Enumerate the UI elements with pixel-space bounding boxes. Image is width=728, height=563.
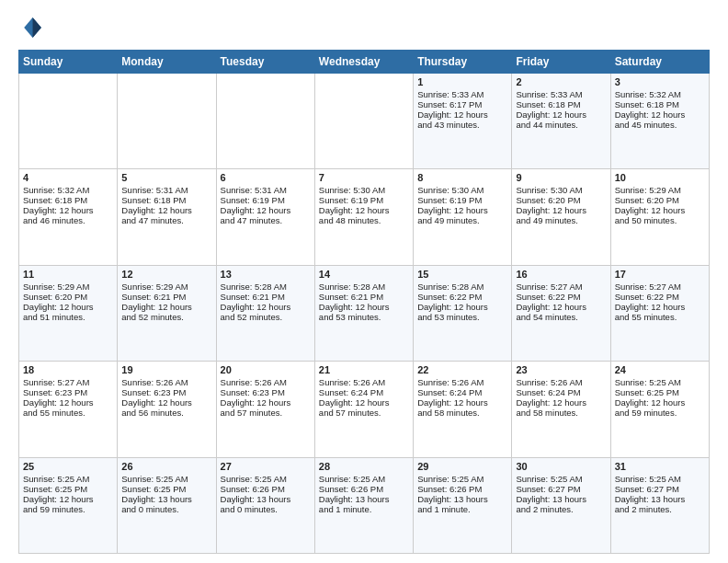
cell-info: Sunset: 6:24 PM — [516, 387, 606, 397]
cell-info: Sunrise: 5:28 AM — [319, 282, 409, 292]
cell-info: Sunset: 6:24 PM — [417, 387, 507, 397]
header-cell-wednesday: Wednesday — [314, 51, 413, 74]
day-number: 16 — [516, 269, 606, 280]
cell-info: Sunrise: 5:26 AM — [121, 377, 211, 387]
cell-info: Sunset: 6:21 PM — [319, 292, 409, 302]
cell-info: and 51 minutes. — [23, 312, 113, 322]
cell-info: Daylight: 12 hours — [615, 205, 705, 215]
day-number: 31 — [615, 461, 705, 472]
header-row: SundayMondayTuesdayWednesdayThursdayFrid… — [19, 51, 710, 74]
cell-info: Daylight: 13 hours — [516, 494, 606, 504]
calendar-cell: 12Sunrise: 5:29 AMSunset: 6:21 PMDayligh… — [118, 265, 216, 361]
calendar-cell: 7Sunrise: 5:30 AMSunset: 6:19 PMDaylight… — [314, 169, 413, 265]
cell-info: and 1 minute. — [417, 504, 507, 514]
day-number: 21 — [319, 364, 409, 375]
cell-info: Sunset: 6:21 PM — [221, 292, 311, 302]
cell-info: Sunset: 6:19 PM — [417, 195, 507, 205]
cell-info: Sunrise: 5:25 AM — [23, 474, 113, 484]
day-number: 19 — [121, 364, 211, 375]
calendar-cell — [314, 74, 413, 169]
calendar-table: SundayMondayTuesdayWednesdayThursdayFrid… — [18, 50, 710, 554]
cell-info: Sunset: 6:19 PM — [221, 195, 311, 205]
cell-info: Daylight: 12 hours — [516, 302, 606, 312]
week-row-2: 11Sunrise: 5:29 AMSunset: 6:20 PMDayligh… — [19, 265, 710, 361]
day-number: 26 — [121, 461, 211, 472]
calendar-cell: 23Sunrise: 5:26 AMSunset: 6:24 PMDayligh… — [512, 362, 610, 457]
cell-info: and 43 minutes. — [417, 120, 507, 130]
day-number: 2 — [516, 76, 606, 87]
day-number: 27 — [221, 461, 311, 472]
cell-info: and 57 minutes. — [319, 408, 409, 418]
calendar-cell: 28Sunrise: 5:25 AMSunset: 6:26 PMDayligh… — [314, 457, 413, 553]
calendar-cell: 5Sunrise: 5:31 AMSunset: 6:18 PMDaylight… — [118, 169, 216, 265]
cell-info: Sunrise: 5:33 AM — [417, 89, 507, 99]
cell-info: Sunset: 6:22 PM — [417, 292, 507, 302]
cell-info: and 49 minutes. — [516, 215, 606, 225]
calendar-header: SundayMondayTuesdayWednesdayThursdayFrid… — [19, 51, 710, 74]
cell-info: Daylight: 13 hours — [121, 494, 211, 504]
cell-info: Sunrise: 5:30 AM — [417, 185, 507, 195]
calendar-cell: 19Sunrise: 5:26 AMSunset: 6:23 PMDayligh… — [118, 362, 216, 457]
cell-info: and 49 minutes. — [417, 215, 507, 225]
cell-info: Sunset: 6:26 PM — [417, 484, 507, 494]
cell-info: Daylight: 12 hours — [121, 397, 211, 408]
cell-info: and 56 minutes. — [121, 408, 211, 418]
calendar-cell: 26Sunrise: 5:25 AMSunset: 6:25 PMDayligh… — [118, 457, 216, 553]
calendar-cell: 3Sunrise: 5:32 AMSunset: 6:18 PMDaylight… — [610, 74, 709, 169]
day-number: 22 — [417, 364, 507, 375]
cell-info: Sunset: 6:25 PM — [23, 484, 113, 494]
cell-info: and 58 minutes. — [417, 408, 507, 418]
day-number: 1 — [417, 76, 507, 87]
day-number: 7 — [319, 172, 409, 183]
week-row-3: 18Sunrise: 5:27 AMSunset: 6:23 PMDayligh… — [19, 362, 710, 457]
calendar-cell: 6Sunrise: 5:31 AMSunset: 6:19 PMDaylight… — [216, 169, 314, 265]
cell-info: Sunrise: 5:25 AM — [221, 474, 311, 484]
cell-info: Sunrise: 5:26 AM — [516, 377, 606, 387]
day-number: 29 — [417, 461, 507, 472]
cell-info: Daylight: 12 hours — [319, 302, 409, 312]
calendar-cell: 9Sunrise: 5:30 AMSunset: 6:20 PMDaylight… — [512, 169, 610, 265]
cell-info: Sunset: 6:25 PM — [615, 387, 705, 397]
cell-info: Sunset: 6:22 PM — [615, 292, 705, 302]
cell-info: Daylight: 12 hours — [319, 397, 409, 408]
cell-info: Sunset: 6:20 PM — [615, 195, 705, 205]
cell-info: Sunset: 6:23 PM — [221, 387, 311, 397]
day-number: 13 — [221, 269, 311, 280]
cell-info: and 55 minutes. — [615, 312, 705, 322]
cell-info: Daylight: 12 hours — [516, 397, 606, 408]
cell-info: Sunset: 6:18 PM — [23, 195, 113, 205]
day-number: 3 — [615, 76, 705, 87]
cell-info: Sunset: 6:27 PM — [615, 484, 705, 494]
calendar-cell: 18Sunrise: 5:27 AMSunset: 6:23 PMDayligh… — [19, 362, 118, 457]
calendar-cell: 11Sunrise: 5:29 AMSunset: 6:20 PMDayligh… — [19, 265, 118, 361]
week-row-4: 25Sunrise: 5:25 AMSunset: 6:25 PMDayligh… — [19, 457, 710, 553]
page: SundayMondayTuesdayWednesdayThursdayFrid… — [0, 0, 728, 563]
calendar-cell: 31Sunrise: 5:25 AMSunset: 6:27 PMDayligh… — [610, 457, 709, 553]
cell-info: Sunset: 6:20 PM — [516, 195, 606, 205]
cell-info: and 58 minutes. — [516, 408, 606, 418]
cell-info: Sunset: 6:23 PM — [121, 387, 211, 397]
cell-info: and 59 minutes. — [23, 504, 113, 514]
cell-info: Sunset: 6:17 PM — [417, 99, 507, 109]
cell-info: Daylight: 13 hours — [417, 494, 507, 504]
calendar-cell: 17Sunrise: 5:27 AMSunset: 6:22 PMDayligh… — [610, 265, 709, 361]
cell-info: Daylight: 13 hours — [221, 494, 311, 504]
cell-info: Sunrise: 5:31 AM — [121, 185, 211, 195]
cell-info: Sunrise: 5:25 AM — [319, 474, 409, 484]
logo-icon — [18, 15, 44, 40]
cell-info: Sunset: 6:20 PM — [23, 292, 113, 302]
header-cell-friday: Friday — [512, 51, 610, 74]
calendar-body: 1Sunrise: 5:33 AMSunset: 6:17 PMDaylight… — [19, 74, 710, 554]
cell-info: Sunrise: 5:26 AM — [319, 377, 409, 387]
calendar-cell: 4Sunrise: 5:32 AMSunset: 6:18 PMDaylight… — [19, 169, 118, 265]
cell-info: Sunrise: 5:29 AM — [121, 282, 211, 292]
calendar-cell: 30Sunrise: 5:25 AMSunset: 6:27 PMDayligh… — [512, 457, 610, 553]
cell-info: and 53 minutes. — [417, 312, 507, 322]
calendar-cell: 14Sunrise: 5:28 AMSunset: 6:21 PMDayligh… — [314, 265, 413, 361]
cell-info: Daylight: 12 hours — [615, 397, 705, 408]
day-number: 5 — [121, 172, 211, 183]
cell-info: Sunset: 6:21 PM — [121, 292, 211, 302]
cell-info: Sunrise: 5:27 AM — [615, 282, 705, 292]
logo — [18, 15, 48, 40]
cell-info: Sunrise: 5:25 AM — [615, 377, 705, 387]
